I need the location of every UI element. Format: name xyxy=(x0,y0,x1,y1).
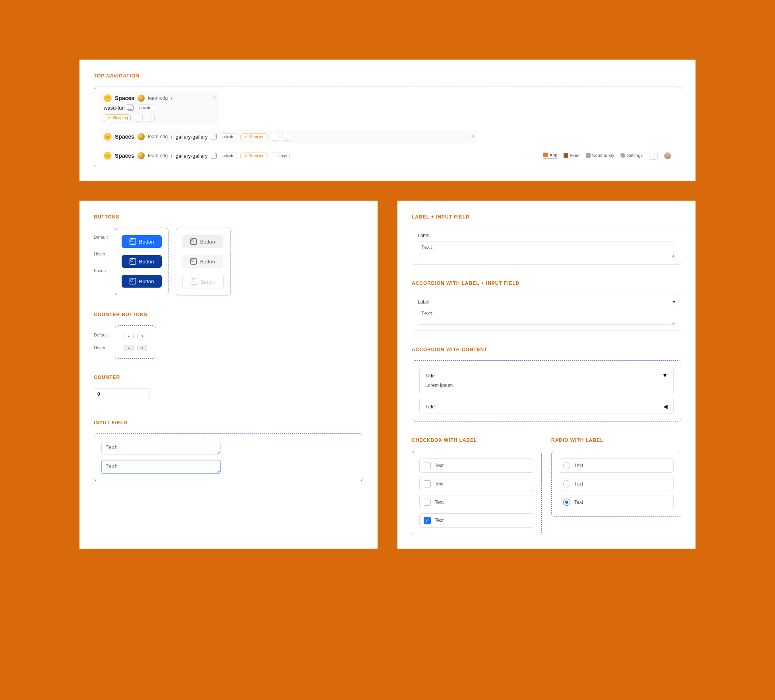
copy-icon[interactable] xyxy=(211,134,217,139)
copy-icon[interactable] xyxy=(211,153,217,159)
counter-down-default[interactable]: ▼ xyxy=(138,333,147,339)
secondary-buttons: Button Button Button xyxy=(176,228,231,296)
radio-item[interactable]: Text xyxy=(559,458,674,473)
repo-name[interactable]: gallery-gallery xyxy=(176,153,208,159)
text-input[interactable] xyxy=(418,308,675,325)
copy-icon[interactable] xyxy=(128,105,134,111)
more-icon[interactable]: ⋮ xyxy=(649,152,658,160)
image-icon xyxy=(130,278,136,284)
spaces-logo: 🙂 xyxy=(104,152,112,160)
bolt-icon: ⚡ xyxy=(243,154,248,158)
state-default: Default xyxy=(94,235,108,240)
caret-down-icon: ▼ xyxy=(662,372,668,379)
nav-tabs: App Files Community Settings ⋮ xyxy=(543,152,671,160)
app-icon xyxy=(543,153,548,157)
button-primary-focus[interactable]: Button xyxy=(122,275,162,288)
accordion-header[interactable]: Title◀ xyxy=(420,399,673,414)
tag-private: private xyxy=(137,104,154,111)
checkbox-icon xyxy=(424,480,431,487)
tab-app[interactable]: App xyxy=(543,153,558,159)
section-title: BUTTONS xyxy=(94,214,363,220)
tag-sleeping: ⚡Sleeping xyxy=(240,153,267,159)
checkbox-group: Text Text Text ✓Text xyxy=(412,451,542,535)
counter-buttons-group: ▲ ▼ ▲ ▼ xyxy=(115,325,156,359)
card-right: LABEL + INPUT FIELD Label ACCORDION WITH… xyxy=(397,201,696,549)
button-secondary-focus[interactable]: Button xyxy=(182,275,224,288)
team-avatar xyxy=(138,95,145,102)
checkbox-item[interactable]: Text xyxy=(419,458,534,473)
primary-buttons: Button Button Button xyxy=(115,228,169,295)
repo-name[interactable]: wasd-fun xyxy=(104,105,125,111)
state-hover: Hover xyxy=(94,251,108,256)
radio-item[interactable]: Text xyxy=(559,495,674,509)
community-icon xyxy=(586,153,591,158)
team-name[interactable]: team-cdg xyxy=(148,153,168,159)
radio-group: Text Text Text xyxy=(551,451,681,517)
text-input[interactable] xyxy=(418,242,675,258)
bolt-icon: ⚡ xyxy=(107,116,111,120)
tab-community[interactable]: Community xyxy=(586,153,614,159)
brand-title: Spaces xyxy=(115,153,134,159)
repo-name[interactable]: gallery-gallery xyxy=(176,134,208,140)
accordion-header[interactable]: Title▼ xyxy=(420,368,673,383)
section-title: COUNTER xyxy=(94,375,363,380)
section-title: TOP NAVIGATION xyxy=(94,73,681,79)
section-title: CHECKBOX WITH LABEL xyxy=(412,437,542,443)
nav-row-full: 🙂 Spaces team-cdg / gallery-gallery priv… xyxy=(100,149,675,162)
checkbox-icon: ✓ xyxy=(424,517,431,524)
logs-icon[interactable]: ⋯ xyxy=(134,114,143,122)
section-title: ACCORDION WITH CONTENT xyxy=(412,347,681,352)
state-default: Default xyxy=(94,333,108,337)
counter-up-hover[interactable]: ▲ xyxy=(124,345,134,351)
team-name[interactable]: team-cdg xyxy=(148,95,168,101)
state-hover: Hover xyxy=(94,345,108,350)
radio-item[interactable]: Text xyxy=(559,477,674,491)
checkbox-item[interactable]: Text xyxy=(419,477,534,491)
tag-logs[interactable]: ⋯ Logs xyxy=(271,153,290,159)
team-avatar xyxy=(138,152,145,159)
text-input-focus[interactable] xyxy=(101,460,221,474)
accordion-header[interactable]: Label▾ xyxy=(418,299,675,305)
image-icon xyxy=(190,258,197,265)
brand-title: Spaces xyxy=(115,133,134,140)
image-icon xyxy=(191,278,197,285)
accordion-item-open: Title▼ Lorem ipsum xyxy=(419,368,674,393)
user-avatar[interactable] xyxy=(664,152,671,159)
more-icon[interactable]: ⋮ xyxy=(146,114,155,122)
caret-down-icon: ▾ xyxy=(673,299,675,305)
button-secondary-hover[interactable]: Button xyxy=(182,255,223,268)
button-secondary-default[interactable]: Button xyxy=(182,235,223,248)
counter-down-hover[interactable]: ▼ xyxy=(138,345,147,351)
counter-field[interactable]: ▲ ▼ xyxy=(94,388,149,400)
tab-settings[interactable]: Settings xyxy=(620,153,643,159)
caret-left-icon: ◀ xyxy=(663,403,668,410)
radio-icon xyxy=(563,462,570,469)
button-state-labels: Default Hover Focus xyxy=(94,228,108,273)
card-left: BUTTONS Default Hover Focus Button Butto… xyxy=(79,201,378,549)
image-icon xyxy=(190,238,197,245)
checkbox-item[interactable]: ✓Text xyxy=(419,513,534,528)
text-input-default[interactable] xyxy=(101,441,221,454)
counter-input[interactable] xyxy=(94,389,149,400)
logs-icon[interactable]: ⋯ xyxy=(271,133,279,141)
section-title: LABEL + INPUT FIELD xyxy=(412,214,681,220)
menu-icon[interactable]: ≡ xyxy=(213,95,216,101)
counter-up-default[interactable]: ▲ xyxy=(124,333,134,339)
nav-row-compact: 🙂 Spaces team-cdg / ≡ wasd-fun private ⚡… xyxy=(100,92,219,124)
label-input-field: Label xyxy=(412,228,681,265)
checkbox-item[interactable]: Text xyxy=(419,495,534,509)
nav-examples: 🙂 Spaces team-cdg / ≡ wasd-fun private ⚡… xyxy=(94,87,681,167)
tab-files[interactable]: Files xyxy=(564,153,579,159)
checkbox-icon xyxy=(424,499,431,506)
spaces-logo: 🙂 xyxy=(104,94,112,102)
tag-sleeping: ⚡Sleeping xyxy=(104,114,131,121)
more-icon[interactable]: ⋮ xyxy=(283,133,291,141)
button-primary-default[interactable]: Button xyxy=(122,235,162,248)
button-primary-hover[interactable]: Button xyxy=(122,255,162,268)
input-field-group xyxy=(94,433,363,481)
files-icon xyxy=(564,153,568,158)
menu-icon[interactable]: ≡ xyxy=(471,133,474,139)
team-name[interactable]: team-cdg xyxy=(148,134,168,139)
counter-state-labels: Default Hover xyxy=(94,325,108,350)
section-title: COUNTER BUTTONS xyxy=(94,312,363,317)
